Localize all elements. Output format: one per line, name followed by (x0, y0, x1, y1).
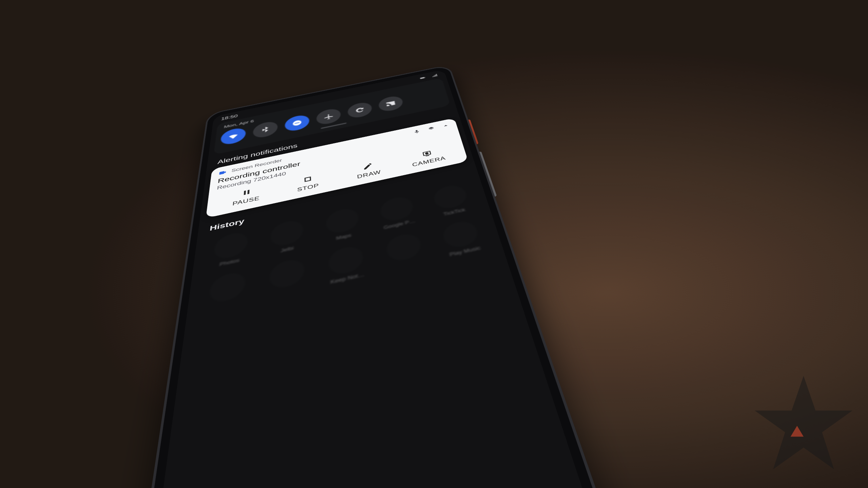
home-app[interactable] (198, 268, 255, 316)
battery-icon (419, 76, 426, 80)
stop-label: STOP (297, 182, 319, 193)
camera-icon (421, 149, 433, 158)
screen: 18:50 Mon, Apr 6 (134, 69, 609, 488)
airplane-icon (323, 112, 335, 121)
svg-rect-5 (248, 190, 250, 194)
phone-body: 18:50 Mon, Apr 6 (120, 66, 623, 488)
phone: 18:50 Mon, Apr 6 (120, 66, 623, 488)
home-app[interactable] (376, 229, 434, 274)
home-app[interactable]: Jelbi (261, 217, 312, 258)
wifi-icon (227, 131, 239, 141)
svg-rect-0 (420, 77, 425, 79)
camera-label: CAMERA (412, 155, 446, 168)
svg-rect-6 (305, 177, 311, 181)
svg-rect-1 (425, 77, 425, 78)
svg-line-9 (426, 156, 429, 156)
scene: 18:50 Mon, Apr 6 (0, 0, 868, 488)
cast-icon (384, 99, 397, 108)
mic-icon[interactable] (413, 129, 421, 135)
svg-rect-4 (244, 190, 246, 195)
draw-label: DRAW (357, 169, 381, 180)
pause-label: PAUSE (232, 195, 260, 207)
videocam-icon (218, 169, 228, 176)
home-app[interactable]: Maps (317, 205, 369, 245)
rotate-icon (354, 106, 366, 114)
home-app[interactable]: TickTick (424, 181, 479, 220)
home-app[interactable] (260, 255, 314, 302)
bluetooth-icon (259, 125, 271, 134)
chevron-up-icon[interactable] (442, 123, 450, 128)
stop-icon (302, 175, 313, 184)
svg-marker-10 (755, 376, 852, 469)
pencil-icon (362, 162, 374, 171)
signal-icon (431, 73, 438, 78)
home-app[interactable]: Photos (203, 228, 257, 271)
home-app[interactable]: Keep Not… (319, 242, 374, 287)
home-app[interactable]: Play Music (432, 217, 491, 260)
watermark-logo (749, 369, 858, 478)
dnd-icon (291, 119, 303, 127)
pause-icon (241, 188, 252, 197)
layers-icon[interactable] (427, 126, 435, 131)
svg-point-8 (426, 152, 429, 154)
home-app[interactable]: Google P… (371, 193, 425, 232)
